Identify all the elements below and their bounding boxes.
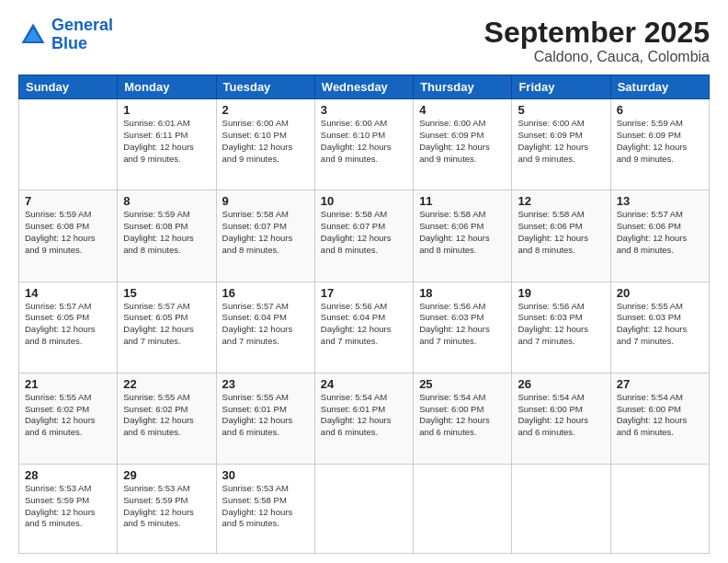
day-info: Sunrise: 5:53 AMSunset: 5:58 PMDaylight:… <box>222 483 309 530</box>
cell-w1-d6: 5Sunrise: 6:00 AMSunset: 6:09 PMDaylight… <box>512 99 610 190</box>
cell-w4-d6: 26Sunrise: 5:54 AMSunset: 6:00 PMDayligh… <box>512 373 610 464</box>
cell-w1-d1 <box>19 99 118 190</box>
day-info: Sunrise: 5:54 AMSunset: 6:00 PMDaylight:… <box>419 392 506 439</box>
day-info: Sunrise: 5:55 AMSunset: 6:02 PMDaylight:… <box>123 392 210 439</box>
cell-w5-d7 <box>610 465 709 554</box>
logo-blue: Blue <box>51 34 87 52</box>
week-row-4: 21Sunrise: 5:55 AMSunset: 6:02 PMDayligh… <box>19 373 710 464</box>
logo-text: General Blue <box>51 17 113 53</box>
calendar-header-row: Sunday Monday Tuesday Wednesday Thursday… <box>19 75 710 99</box>
day-number: 8 <box>123 194 210 208</box>
day-info: Sunrise: 5:57 AMSunset: 6:05 PMDaylight:… <box>25 301 111 348</box>
cell-w5-d4 <box>314 465 413 554</box>
day-number: 25 <box>419 377 506 391</box>
cell-w4-d4: 24Sunrise: 5:54 AMSunset: 6:01 PMDayligh… <box>314 373 413 464</box>
col-sunday: Sunday <box>19 75 118 99</box>
day-number: 27 <box>617 377 703 391</box>
day-info: Sunrise: 6:00 AMSunset: 6:10 PMDaylight:… <box>222 118 309 165</box>
cell-w3-d3: 16Sunrise: 5:57 AMSunset: 6:04 PMDayligh… <box>216 282 314 373</box>
cell-w1-d7: 6Sunrise: 5:59 AMSunset: 6:09 PMDaylight… <box>610 99 709 190</box>
day-info: Sunrise: 5:58 AMSunset: 6:07 PMDaylight:… <box>222 209 309 256</box>
day-number: 24 <box>321 377 407 391</box>
cell-w2-d4: 10Sunrise: 5:58 AMSunset: 6:07 PMDayligh… <box>314 190 413 282</box>
header: General Blue September 2025 Caldono, Cau… <box>18 17 710 65</box>
day-number: 6 <box>617 103 703 117</box>
day-number: 16 <box>222 286 309 300</box>
day-info: Sunrise: 5:53 AMSunset: 5:59 PMDaylight:… <box>25 483 111 530</box>
day-info: Sunrise: 5:55 AMSunset: 6:03 PMDaylight:… <box>617 301 703 348</box>
cell-w3-d2: 15Sunrise: 5:57 AMSunset: 6:05 PMDayligh… <box>118 282 216 373</box>
page: General Blue September 2025 Caldono, Cau… <box>0 0 728 563</box>
cell-w3-d5: 18Sunrise: 5:56 AMSunset: 6:03 PMDayligh… <box>414 282 512 373</box>
cell-w3-d4: 17Sunrise: 5:56 AMSunset: 6:04 PMDayligh… <box>314 282 413 373</box>
day-info: Sunrise: 5:54 AMSunset: 6:01 PMDaylight:… <box>321 392 407 439</box>
day-number: 2 <box>222 103 309 117</box>
week-row-5: 28Sunrise: 5:53 AMSunset: 5:59 PMDayligh… <box>19 465 710 554</box>
week-row-2: 7Sunrise: 5:59 AMSunset: 6:08 PMDaylight… <box>19 190 710 282</box>
col-thursday: Thursday <box>414 75 512 99</box>
day-info: Sunrise: 6:00 AMSunset: 6:10 PMDaylight:… <box>321 118 407 165</box>
day-info: Sunrise: 5:55 AMSunset: 6:02 PMDaylight:… <box>25 392 111 439</box>
day-number: 15 <box>123 286 210 300</box>
day-number: 30 <box>222 468 309 482</box>
cell-w4-d7: 27Sunrise: 5:54 AMSunset: 6:00 PMDayligh… <box>610 373 709 464</box>
cell-w5-d6 <box>512 465 610 554</box>
cell-w2-d1: 7Sunrise: 5:59 AMSunset: 6:08 PMDaylight… <box>19 190 118 282</box>
day-number: 1 <box>123 103 210 117</box>
day-number: 17 <box>321 286 407 300</box>
cell-w4-d2: 22Sunrise: 5:55 AMSunset: 6:02 PMDayligh… <box>118 373 216 464</box>
day-number: 4 <box>419 103 506 117</box>
cell-w2-d7: 13Sunrise: 5:57 AMSunset: 6:06 PMDayligh… <box>610 190 709 282</box>
cell-w2-d2: 8Sunrise: 5:59 AMSunset: 6:08 PMDaylight… <box>118 190 216 282</box>
day-number: 28 <box>25 468 111 482</box>
day-info: Sunrise: 5:57 AMSunset: 6:05 PMDaylight:… <box>123 301 210 348</box>
month-title: September 2025 <box>484 17 710 49</box>
col-monday: Monday <box>118 75 216 99</box>
cell-w4-d3: 23Sunrise: 5:55 AMSunset: 6:01 PMDayligh… <box>216 373 314 464</box>
day-info: Sunrise: 5:53 AMSunset: 5:59 PMDaylight:… <box>123 483 210 530</box>
week-row-1: 1Sunrise: 6:01 AMSunset: 6:11 PMDaylight… <box>19 99 710 190</box>
col-wednesday: Wednesday <box>314 75 413 99</box>
col-tuesday: Tuesday <box>216 75 314 99</box>
day-number: 9 <box>222 194 309 208</box>
cell-w5-d2: 29Sunrise: 5:53 AMSunset: 5:59 PMDayligh… <box>118 465 216 554</box>
day-info: Sunrise: 5:58 AMSunset: 6:07 PMDaylight:… <box>321 209 407 256</box>
cell-w2-d5: 11Sunrise: 5:58 AMSunset: 6:06 PMDayligh… <box>414 190 512 282</box>
day-number: 18 <box>419 286 506 300</box>
col-friday: Friday <box>512 75 610 99</box>
cell-w3-d1: 14Sunrise: 5:57 AMSunset: 6:05 PMDayligh… <box>19 282 118 373</box>
cell-w3-d6: 19Sunrise: 5:56 AMSunset: 6:03 PMDayligh… <box>512 282 610 373</box>
day-info: Sunrise: 5:59 AMSunset: 6:09 PMDaylight:… <box>617 118 703 165</box>
day-info: Sunrise: 6:00 AMSunset: 6:09 PMDaylight:… <box>419 118 506 165</box>
cell-w4-d5: 25Sunrise: 5:54 AMSunset: 6:00 PMDayligh… <box>414 373 512 464</box>
day-number: 12 <box>518 194 604 208</box>
logo: General Blue <box>18 17 113 53</box>
day-info: Sunrise: 5:54 AMSunset: 6:00 PMDaylight:… <box>518 392 604 439</box>
day-info: Sunrise: 5:59 AMSunset: 6:08 PMDaylight:… <box>25 209 111 256</box>
cell-w2-d6: 12Sunrise: 5:58 AMSunset: 6:06 PMDayligh… <box>512 190 610 282</box>
cell-w5-d5 <box>414 465 512 554</box>
day-info: Sunrise: 5:58 AMSunset: 6:06 PMDaylight:… <box>518 209 604 256</box>
cell-w3-d7: 20Sunrise: 5:55 AMSunset: 6:03 PMDayligh… <box>610 282 709 373</box>
title-block: September 2025 Caldono, Cauca, Colombia <box>484 17 710 65</box>
day-number: 14 <box>25 286 111 300</box>
cell-w1-d5: 4Sunrise: 6:00 AMSunset: 6:09 PMDaylight… <box>414 99 512 190</box>
day-info: Sunrise: 6:01 AMSunset: 6:11 PMDaylight:… <box>123 118 210 165</box>
cell-w1-d3: 2Sunrise: 6:00 AMSunset: 6:10 PMDaylight… <box>216 99 314 190</box>
cell-w1-d2: 1Sunrise: 6:01 AMSunset: 6:11 PMDaylight… <box>118 99 216 190</box>
cell-w5-d1: 28Sunrise: 5:53 AMSunset: 5:59 PMDayligh… <box>19 465 118 554</box>
logo-general: General <box>51 16 113 34</box>
day-number: 29 <box>123 468 210 482</box>
day-number: 22 <box>123 377 210 391</box>
location-subtitle: Caldono, Cauca, Colombia <box>484 49 710 65</box>
day-info: Sunrise: 5:55 AMSunset: 6:01 PMDaylight:… <box>222 392 309 439</box>
cell-w5-d3: 30Sunrise: 5:53 AMSunset: 5:58 PMDayligh… <box>216 465 314 554</box>
cell-w1-d4: 3Sunrise: 6:00 AMSunset: 6:10 PMDaylight… <box>314 99 413 190</box>
day-number: 5 <box>518 103 604 117</box>
day-info: Sunrise: 6:00 AMSunset: 6:09 PMDaylight:… <box>518 118 604 165</box>
day-info: Sunrise: 5:56 AMSunset: 6:03 PMDaylight:… <box>419 301 506 348</box>
day-number: 3 <box>321 103 407 117</box>
cell-w4-d1: 21Sunrise: 5:55 AMSunset: 6:02 PMDayligh… <box>19 373 118 464</box>
day-info: Sunrise: 5:54 AMSunset: 6:00 PMDaylight:… <box>617 392 703 439</box>
day-number: 13 <box>617 194 703 208</box>
